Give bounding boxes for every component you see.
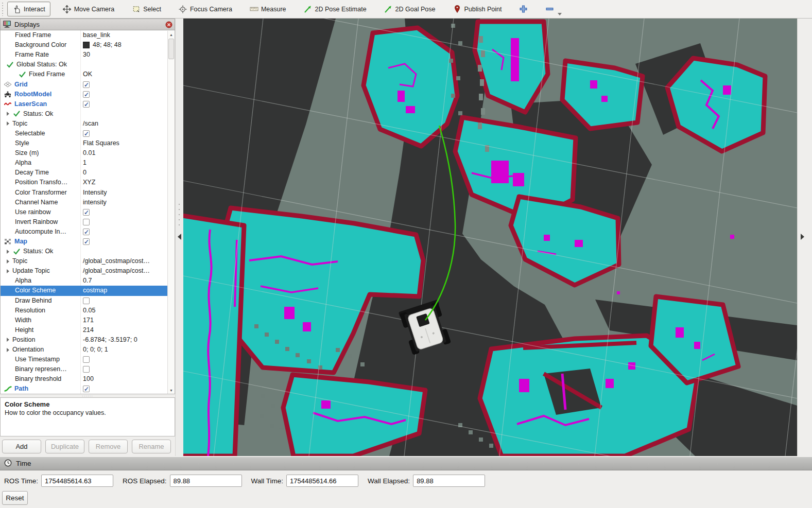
checkbox[interactable]: [83, 209, 90, 216]
row-update-topic[interactable]: Update Topic/global_costmap/cost…: [1, 266, 175, 276]
branch-expander-icon[interactable]: [7, 121, 9, 126]
property-value-cell[interactable]: Intensity: [81, 188, 175, 198]
right-collapse-strip[interactable]: [797, 19, 812, 456]
row-map[interactable]: Map: [1, 237, 175, 247]
checkbox[interactable]: [83, 238, 90, 245]
property-value-cell[interactable]: [81, 207, 175, 217]
branch-expander-icon[interactable]: [7, 338, 9, 342]
row-binary-threshold[interactable]: Binary threshold100: [1, 374, 175, 384]
ros-time-input[interactable]: [41, 475, 113, 487]
property-value-cell[interactable]: [81, 296, 175, 306]
property-value-cell[interactable]: 100: [81, 374, 175, 384]
property-value-cell[interactable]: OK: [81, 69, 175, 79]
remove-tool-button[interactable]: [540, 2, 559, 16]
tool-measure[interactable]: Measure: [245, 2, 291, 16]
scrollbar-thumb[interactable]: [168, 39, 174, 59]
tool-2d-goal-pose[interactable]: 2D Goal Pose: [379, 2, 441, 16]
property-value-cell[interactable]: 214: [81, 325, 175, 335]
checkbox[interactable]: [83, 81, 90, 88]
collapse-left-icon[interactable]: [178, 234, 181, 240]
add-tool-button[interactable]: [514, 2, 533, 16]
property-value-cell[interactable]: base_link: [81, 30, 175, 40]
branch-expander-icon[interactable]: [7, 250, 9, 254]
row-status-ok[interactable]: Status: Ok: [1, 109, 175, 119]
property-value-cell[interactable]: 0; 0; 0; 1: [81, 345, 175, 355]
scroll-up-icon[interactable]: ▲: [168, 31, 175, 38]
property-value-cell[interactable]: XYZ: [81, 178, 175, 187]
checkbox[interactable]: [83, 219, 90, 225]
checkbox[interactable]: [83, 130, 90, 137]
row-topic[interactable]: Topic/global_costmap/cost…: [1, 256, 175, 266]
row-position-transfo[interactable]: Position Transfo…XYZ: [1, 178, 175, 187]
render-view[interactable]: [183, 19, 797, 456]
checkbox[interactable]: [83, 101, 90, 108]
property-value-cell[interactable]: [81, 227, 175, 237]
row-position[interactable]: Position-6.8784; -3.5197; 0: [1, 335, 175, 345]
tool-options-caret-icon[interactable]: [558, 13, 562, 15]
displays-panel-header[interactable]: Displays: [0, 19, 175, 30]
row-autocompute-in[interactable]: Autocompute In…: [1, 227, 175, 237]
row-fixed-frame[interactable]: Fixed FrameOK: [1, 69, 175, 79]
checkbox[interactable]: [83, 366, 90, 373]
row-binary-represen[interactable]: Binary represen…: [1, 364, 175, 374]
branch-expander-icon[interactable]: [7, 112, 9, 116]
row-width[interactable]: Width171: [1, 316, 175, 325]
tool-select[interactable]: Select: [127, 2, 166, 16]
branch-expander-icon[interactable]: [7, 269, 9, 273]
property-value-cell[interactable]: 171: [81, 316, 175, 325]
property-value-cell[interactable]: /scan: [81, 119, 175, 129]
row-status-ok[interactable]: Status: Ok: [1, 247, 175, 256]
row-frame-rate[interactable]: Frame Rate30: [1, 50, 175, 60]
row-selectable[interactable]: Selectable: [1, 129, 175, 138]
toolbar-grip[interactable]: [1, 3, 5, 16]
row-background-color[interactable]: Background Color48; 48; 48: [1, 40, 175, 50]
row-use-timestamp[interactable]: Use Timestamp: [1, 355, 175, 364]
property-value-cell[interactable]: [81, 237, 175, 247]
row-color-scheme[interactable]: Color Schemecostmap: [1, 286, 175, 295]
property-value-cell[interactable]: [81, 60, 175, 69]
close-icon[interactable]: [165, 21, 172, 28]
wall-elapsed-input[interactable]: [413, 475, 485, 487]
row-orientation[interactable]: Orientation0; 0; 0; 1: [1, 345, 175, 355]
time-panel-header[interactable]: Time: [0, 457, 812, 470]
row-alpha[interactable]: Alpha1: [1, 158, 175, 168]
scroll-down-icon[interactable]: ▼: [168, 387, 175, 394]
property-value-cell[interactable]: [81, 109, 175, 119]
property-value-cell[interactable]: [81, 355, 175, 364]
color-swatch[interactable]: [83, 42, 90, 48]
tool-2d-pose-estimate[interactable]: 2D Pose Estimate: [299, 2, 372, 16]
property-value-cell[interactable]: 30: [81, 50, 175, 60]
row-color-transformer[interactable]: Color TransformerIntensity: [1, 188, 175, 198]
row-size-m[interactable]: Size (m)0.01: [1, 148, 175, 158]
property-value-cell[interactable]: [81, 99, 175, 109]
row-global-status-ok[interactable]: Global Status: Ok: [1, 60, 175, 69]
row-robotmodel[interactable]: RobotModel: [1, 90, 175, 99]
row-alpha[interactable]: Alpha0.7: [1, 276, 175, 286]
property-value-cell[interactable]: /global_costmap/cost…: [81, 256, 175, 266]
property-value-cell[interactable]: [81, 384, 175, 394]
row-use-rainbow[interactable]: Use rainbow: [1, 207, 175, 217]
row-fixed-frame[interactable]: Fixed Framebase_link: [1, 30, 175, 40]
property-value-cell[interactable]: 0: [81, 168, 175, 178]
property-value-cell[interactable]: [81, 217, 175, 227]
property-value-cell[interactable]: Flat Squares: [81, 138, 175, 148]
property-value-cell[interactable]: [81, 364, 175, 374]
row-invert-rainbow[interactable]: Invert Rainbow: [1, 217, 175, 227]
row-channel-name[interactable]: Channel Nameintensity: [1, 198, 175, 207]
property-value-cell[interactable]: [81, 129, 175, 138]
tool-focus-camera[interactable]: Focus Camera: [174, 2, 237, 16]
row-resolution[interactable]: Resolution0.05: [1, 306, 175, 316]
row-grid[interactable]: Grid: [1, 79, 175, 89]
property-value-cell[interactable]: 0.05: [81, 306, 175, 316]
checkbox[interactable]: [83, 356, 90, 363]
property-value-cell[interactable]: [81, 247, 175, 256]
row-style[interactable]: StyleFlat Squares: [1, 138, 175, 148]
tool-publish-point[interactable]: Publish Point: [447, 2, 507, 16]
add-button[interactable]: Add: [2, 440, 41, 453]
property-value-cell[interactable]: 1: [81, 158, 175, 168]
tool-interact[interactable]: Interact: [7, 2, 50, 16]
checkbox[interactable]: [83, 386, 90, 392]
reset-button[interactable]: Reset: [2, 491, 28, 505]
property-value-cell[interactable]: /global_costmap/cost…: [81, 266, 175, 276]
row-draw-behind[interactable]: Draw Behind: [1, 296, 175, 306]
